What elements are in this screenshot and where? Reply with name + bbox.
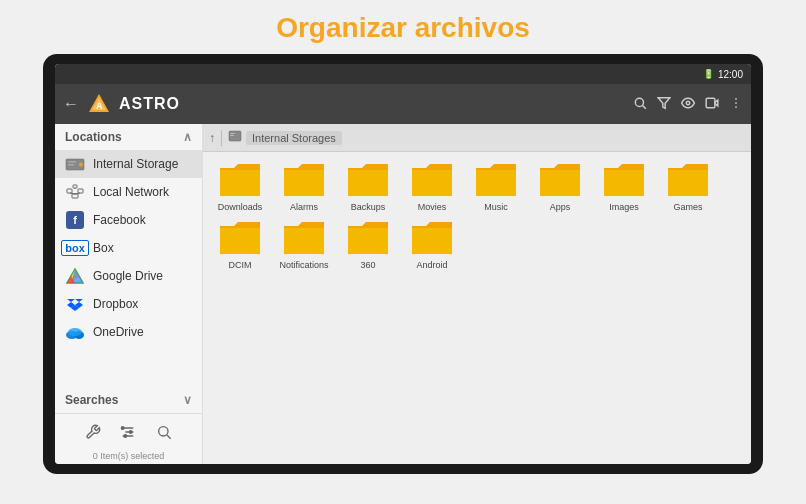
internal-storage-icon (65, 156, 85, 172)
svg-rect-13 (68, 161, 76, 163)
list-item[interactable]: Movies (403, 160, 461, 212)
svg-point-36 (122, 426, 125, 429)
searches-label: Searches (65, 393, 118, 407)
file-name: DCIM (229, 260, 252, 270)
back-button[interactable]: ← (63, 95, 79, 113)
svg-line-22 (75, 193, 80, 194)
list-item[interactable]: Apps (531, 160, 589, 212)
sidebar-item-google-drive[interactable]: Google Drive (55, 262, 202, 290)
locations-chevron-icon: ∧ (183, 130, 192, 144)
file-name: Notifications (279, 260, 328, 270)
svg-text:A: A (96, 101, 103, 111)
svg-point-9 (735, 98, 737, 100)
onedrive-icon (65, 324, 85, 340)
battery-icon: 🔋 (703, 69, 714, 79)
svg-point-39 (159, 426, 168, 435)
list-item[interactable]: Alarms (275, 160, 333, 212)
list-item[interactable]: Images (595, 160, 653, 212)
app-bar: ← A ASTRO (55, 84, 751, 124)
dropbox-label: Dropbox (93, 297, 138, 311)
locations-label: Locations (65, 130, 122, 144)
svg-point-3 (635, 98, 643, 106)
locations-header[interactable]: Locations ∧ (55, 124, 202, 150)
file-browser: ↑ Internal Storages (203, 124, 751, 464)
app-title: ASTRO (119, 95, 625, 113)
sidebar-item-box[interactable]: box Box (55, 234, 202, 262)
page-title: Organizar archivos (0, 0, 806, 54)
file-name: Backups (351, 202, 386, 212)
file-name: Music (484, 202, 508, 212)
list-item[interactable]: DCIM (211, 218, 269, 270)
storage-icon (228, 130, 242, 145)
svg-point-37 (130, 430, 133, 433)
sidebar-item-onedrive[interactable]: OneDrive (55, 318, 202, 346)
svg-point-10 (735, 102, 737, 104)
video-icon[interactable] (705, 96, 719, 113)
breadcrumb-label: Internal Storages (246, 131, 342, 145)
svg-rect-19 (73, 185, 77, 188)
list-item[interactable]: Games (659, 160, 717, 212)
file-grid: Downloads Alarms (203, 152, 751, 464)
status-time: 12:00 (718, 69, 743, 80)
svg-point-32 (68, 328, 82, 336)
app-logo: A (87, 92, 111, 116)
file-name: 360 (360, 260, 375, 270)
tablet-screen: 🔋 12:00 ← A ASTRO (55, 64, 751, 464)
file-name: Android (416, 260, 447, 270)
file-name: Alarms (290, 202, 318, 212)
selected-count: 0 Item(s) selected (55, 449, 202, 464)
google-drive-label: Google Drive (93, 269, 163, 283)
svg-point-38 (124, 434, 127, 437)
svg-rect-16 (72, 194, 78, 198)
file-name: Downloads (218, 202, 263, 212)
sidebar-item-local-network[interactable]: Local Network (55, 178, 202, 206)
up-icon[interactable]: ↑ (209, 131, 215, 145)
list-item[interactable]: Notifications (275, 218, 333, 270)
app-bar-icons (633, 96, 743, 113)
file-name: Movies (418, 202, 447, 212)
box-icon: box (65, 240, 85, 256)
list-item[interactable]: 360 (339, 218, 397, 270)
google-drive-icon (65, 268, 85, 284)
svg-point-6 (686, 101, 690, 105)
svg-rect-42 (230, 133, 235, 134)
search-button[interactable] (156, 424, 172, 440)
search-icon[interactable] (633, 96, 647, 113)
svg-rect-43 (230, 135, 234, 136)
svg-marker-5 (658, 97, 670, 108)
breadcrumb-bar: ↑ Internal Storages (203, 124, 751, 152)
file-name: Images (609, 202, 639, 212)
svg-point-15 (79, 162, 83, 166)
more-icon[interactable] (729, 96, 743, 113)
sidebar: Locations ∧ Internal Storage (55, 124, 203, 464)
facebook-icon: f (65, 212, 85, 228)
facebook-label: Facebook (93, 213, 146, 227)
internal-storage-label: Internal Storage (93, 157, 178, 171)
list-item[interactable]: Music (467, 160, 525, 212)
sidebar-item-internal-storage[interactable]: Internal Storage (55, 150, 202, 178)
list-item[interactable]: Backups (339, 160, 397, 212)
sidebar-item-dropbox[interactable]: Dropbox (55, 290, 202, 318)
svg-line-4 (643, 105, 646, 108)
svg-point-11 (735, 106, 737, 108)
main-content: Locations ∧ Internal Storage (55, 124, 751, 464)
svg-rect-17 (67, 189, 72, 193)
tools-button[interactable] (85, 424, 101, 440)
box-label: Box (93, 241, 114, 255)
svg-rect-18 (78, 189, 83, 193)
local-network-icon (65, 184, 85, 200)
list-item[interactable]: Downloads (211, 160, 269, 212)
eye-icon[interactable] (681, 96, 695, 113)
filter-icon[interactable] (657, 96, 671, 113)
svg-line-40 (167, 435, 171, 439)
settings-button[interactable] (120, 424, 136, 440)
dropbox-icon (65, 296, 85, 312)
searches-header[interactable]: Searches ∨ (55, 387, 202, 413)
breadcrumb-divider (221, 130, 222, 146)
sidebar-item-facebook[interactable]: f Facebook (55, 206, 202, 234)
onedrive-label: OneDrive (93, 325, 144, 339)
svg-rect-14 (68, 164, 74, 166)
searches-chevron-icon: ∨ (183, 393, 192, 407)
list-item[interactable]: Android (403, 218, 461, 270)
bottom-toolbar (55, 413, 202, 449)
